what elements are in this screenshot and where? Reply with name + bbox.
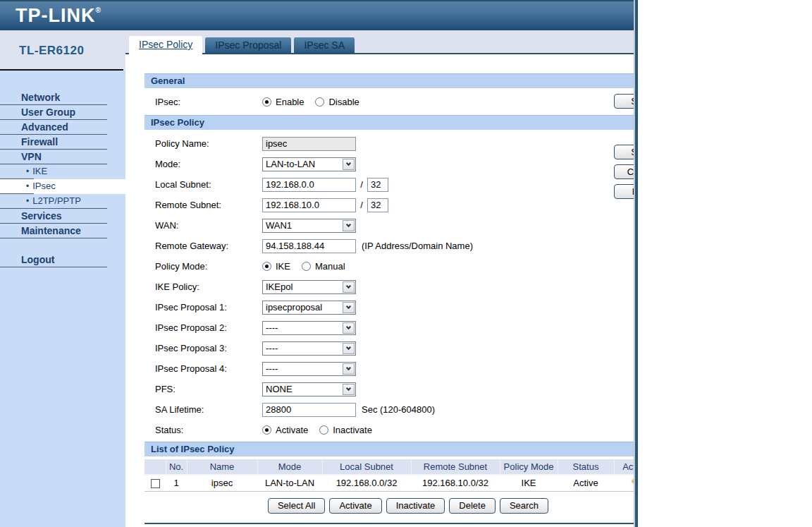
row-proposal-1: IPsec Proposal 1: ipsecproposal	[155, 297, 635, 317]
general-save-button[interactable]: Save	[614, 94, 635, 109]
sidebar-item-label: VPN	[21, 151, 42, 162]
registered-mark: ®	[95, 6, 101, 14]
policy-save-button[interactable]: Save	[614, 145, 635, 159]
disable-radio[interactable]	[315, 97, 324, 107]
item-underline	[0, 238, 107, 238]
ike-radio[interactable]	[262, 262, 271, 271]
sidebar-item-logout[interactable]: Logout	[0, 253, 125, 267]
row-checkbox[interactable]	[151, 479, 160, 488]
proposal-1-select[interactable]: ipsecproposal	[262, 301, 356, 315]
activate-radio[interactable]	[262, 425, 271, 435]
selected-value: ----	[263, 322, 342, 333]
row-wan: WAN: WAN1	[155, 215, 635, 236]
dropdown-arrow-icon[interactable]	[343, 281, 355, 293]
row-proposal-2: IPsec Proposal 2: ----	[155, 317, 635, 338]
policy-help-button[interactable]: Help	[614, 184, 635, 199]
manual-radio[interactable]	[302, 262, 311, 271]
wan-select[interactable]: WAN1	[262, 219, 356, 233]
sa-lifetime-input[interactable]	[262, 403, 356, 417]
sidebar-item-user-group[interactable]: User Group	[0, 105, 125, 120]
sidebar-item-l2tp-pptp[interactable]: •L2TP/PPTP	[0, 194, 125, 209]
cell-name: ipsec	[187, 475, 257, 491]
window-edge-navy	[635, 0, 638, 527]
row-ike-policy: IKE Policy: IKEpol	[155, 277, 635, 297]
row-pfs: PFS: NONE	[155, 379, 635, 399]
dropdown-arrow-icon[interactable]	[343, 302, 355, 313]
app-window: TP-LINK® TL-ER6120 Network User Group Ad…	[0, 0, 635, 527]
sidebar-item-label: Services	[21, 210, 62, 222]
row-proposal-3: IPsec Proposal 3: ----	[155, 338, 635, 358]
sidebar-item-maintenance[interactable]: Maintenance	[0, 224, 125, 238]
ike-policy-label: IKE Policy:	[155, 281, 262, 292]
sidebar-item-ipsec[interactable]: •IPsec	[0, 179, 125, 194]
selected-value: ----	[263, 363, 342, 374]
col-status: Status	[558, 459, 614, 475]
row-proposal-4: IPsec Proposal 4: ----	[155, 358, 635, 379]
selected-value: ipsecproposal	[263, 302, 342, 313]
table-button-row: Select All Activate Inactivate Delete Se…	[163, 498, 635, 514]
selected-value: IKEpol	[263, 281, 342, 292]
cell-mode: LAN-to-LAN	[257, 475, 322, 491]
sidebar-item-network[interactable]: Network	[0, 90, 125, 105]
pfs-select[interactable]: NONE	[262, 382, 356, 396]
sidebar-item-label: Firewall	[21, 136, 58, 147]
selected-value: ----	[263, 343, 342, 353]
ike-policy-select[interactable]: IKEpol	[262, 280, 356, 294]
dropdown-arrow-icon[interactable]	[343, 384, 355, 395]
proposal-4-label: IPsec Proposal 4:	[155, 363, 262, 374]
proposal-4-select[interactable]: ----	[262, 362, 356, 376]
remote-mask-input[interactable]	[367, 198, 388, 212]
policy-name-input[interactable]	[262, 137, 356, 151]
policy-cancel-button[interactable]: Cancel	[614, 164, 635, 179]
tab-ipsec-proposal[interactable]: IPsec Proposal	[205, 37, 291, 53]
local-subnet-input[interactable]	[262, 178, 356, 192]
tab-ipsec-sa[interactable]: IPsec SA	[294, 37, 355, 53]
policy-table-wrap: No. Name Mode Local Subnet Remote Subnet…	[144, 459, 635, 492]
selected-value: NONE	[263, 384, 342, 394]
local-mask-input[interactable]	[367, 178, 388, 192]
row-status: Status: Activate Inactivate	[155, 420, 635, 440]
activate-button[interactable]: Activate	[329, 498, 381, 514]
col-no: No.	[166, 459, 187, 475]
sidebar-item-vpn[interactable]: VPN	[0, 150, 125, 164]
proposal-3-select[interactable]: ----	[262, 341, 356, 356]
sidebar-item-label: IPsec	[32, 181, 56, 191]
dropdown-arrow-icon[interactable]	[343, 343, 355, 354]
ike-label: IKE	[276, 261, 290, 272]
bullet-icon: •	[26, 196, 29, 206]
enable-radio[interactable]	[262, 97, 271, 107]
dropdown-arrow-icon[interactable]	[343, 159, 355, 170]
remote-gateway-input[interactable]	[262, 239, 356, 253]
inactivate-button[interactable]: Inactivate	[386, 498, 445, 514]
bullet-icon: •	[26, 181, 29, 191]
dropdown-arrow-icon[interactable]	[343, 363, 355, 375]
tплink-logo: TP-LINK®	[16, 5, 102, 27]
sa-lifetime-note: Sec (120-604800)	[362, 404, 435, 415]
row-ipsec-enable: IPsec: Enable Disable	[155, 88, 635, 115]
inactivate-radio[interactable]	[319, 425, 328, 435]
mode-select[interactable]: LAN-to-LAN	[262, 157, 356, 171]
select-all-button[interactable]: Select All	[268, 498, 325, 514]
cell-local-subnet: 192.168.0.0/32	[322, 475, 411, 491]
sidebar-item-firewall[interactable]: Firewall	[0, 135, 125, 150]
sidebar-item-ike[interactable]: •IKE	[0, 164, 125, 179]
col-policy-mode: Policy Mode	[500, 459, 558, 475]
search-button[interactable]: Search	[500, 498, 548, 514]
header-bar: TP-LINK®	[0, 0, 635, 30]
table-header-row: No. Name Mode Local Subnet Remote Subnet…	[144, 459, 635, 475]
remote-subnet-label: Remote Subnet:	[155, 200, 262, 210]
tab-ipsec-policy[interactable]: IPsec Policy	[129, 36, 202, 54]
disable-label: Disable	[328, 97, 359, 107]
delete-button[interactable]: Delete	[449, 498, 496, 514]
row-policy-name: Policy Name:	[155, 133, 635, 154]
proposal-2-select[interactable]: ----	[262, 321, 356, 335]
dropdown-arrow-icon[interactable]	[343, 220, 355, 231]
remote-subnet-input[interactable]	[262, 198, 356, 212]
sidebar-item-services[interactable]: Services	[0, 209, 125, 224]
sidebar-header: TL-ER6120	[0, 30, 125, 71]
sidebar-item-advanced[interactable]: Advanced	[0, 120, 125, 135]
dropdown-arrow-icon[interactable]	[343, 322, 355, 334]
tab-bar: IPsec Policy IPsec Proposal IPsec SA	[125, 30, 635, 54]
cell-remote-subnet: 192.168.10.0/32	[411, 475, 500, 491]
policy-table: No. Name Mode Local Subnet Remote Subnet…	[144, 459, 635, 492]
